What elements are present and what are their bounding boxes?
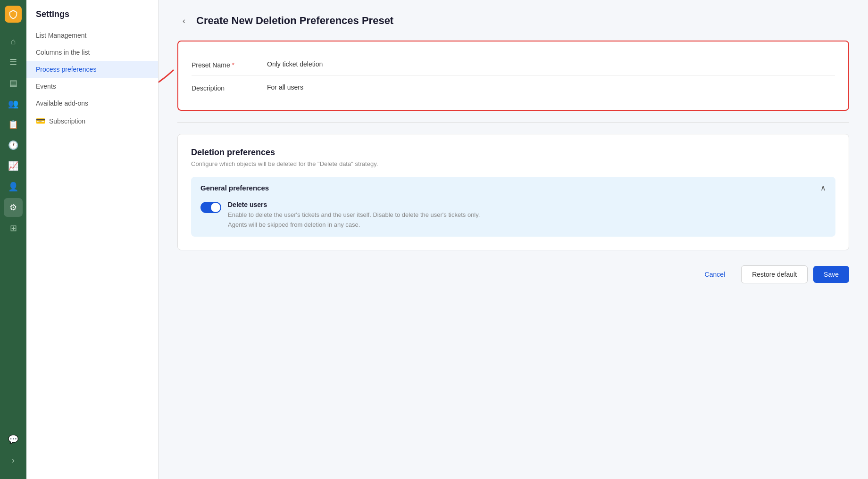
description-label: Description [192, 81, 267, 92]
home-nav-icon[interactable]: ⌂ [4, 32, 23, 51]
footer-actions: Cancel Restore default Save [177, 265, 849, 283]
toggle-track[interactable] [200, 202, 221, 213]
icon-bar: ⌂ ☰ ▤ 👥 📋 🕐 📈 👤 ⚙ ⊞ 💬 › [0, 0, 26, 479]
sidebar-title: Settings [26, 9, 158, 27]
general-pref-label: General preferences [200, 184, 269, 192]
deletion-pref-subtitle: Configure which objects will be deleted … [191, 160, 835, 167]
settings-nav-icon[interactable]: ⚙ [4, 198, 23, 217]
clipboard-nav-icon[interactable]: 📋 [4, 115, 23, 134]
back-icon: ‹ [183, 16, 185, 26]
sidebar-item-events[interactable]: Events [26, 78, 158, 95]
page-header: ‹ Create New Deletion Preferences Preset [177, 14, 849, 27]
main-content: ‹ Create New Deletion Preferences Preset… [159, 0, 868, 479]
cancel-button[interactable]: Cancel [694, 266, 736, 283]
save-button[interactable]: Save [813, 266, 849, 283]
sidebar-item-process-preferences[interactable]: Process preferences [26, 61, 158, 78]
preset-name-input[interactable] [267, 58, 835, 71]
app-logo [5, 6, 22, 23]
people-nav-icon[interactable]: 👤 [4, 177, 23, 196]
delete-users-toggle[interactable] [200, 202, 221, 213]
sidebar-item-available-addons[interactable]: Available add-ons [26, 95, 158, 112]
users-nav-icon[interactable]: 👥 [4, 94, 23, 113]
general-pref-header[interactable]: General preferences ∧ [200, 183, 826, 192]
description-row: Description [192, 76, 835, 99]
chat-nav-icon[interactable]: 💬 [4, 430, 23, 449]
section-divider [177, 122, 849, 123]
deletion-preferences-card: Deletion preferences Configure which obj… [177, 134, 849, 250]
delete-users-title: Delete users [228, 201, 826, 208]
sidebar-item-subscription[interactable]: 💳 Subscription [26, 112, 158, 130]
delete-users-row: Delete users Enable to delete the user's… [200, 201, 826, 230]
subscription-icon: 💳 [36, 116, 45, 125]
delete-users-desc2: Agents will be skipped from deletion in … [228, 220, 826, 230]
chevron-up-icon: ∧ [820, 183, 826, 192]
clock-nav-icon[interactable]: 🕐 [4, 136, 23, 155]
back-button[interactable]: ‹ [177, 14, 191, 27]
deletion-pref-title: Deletion preferences [191, 148, 835, 157]
restore-default-button[interactable]: Restore default [741, 265, 808, 283]
grid-nav-icon[interactable]: ⊞ [4, 219, 23, 238]
sidebar-item-columns-in-list[interactable]: Columns in the list [26, 44, 158, 61]
preset-name-label: Preset Name * [192, 58, 267, 69]
sidebar-item-list-management[interactable]: List Management [26, 27, 158, 44]
delete-users-desc1: Enable to delete the user's tickets and … [228, 210, 826, 220]
delete-users-content: Delete users Enable to delete the user's… [228, 201, 826, 230]
expand-nav-icon[interactable]: › [4, 451, 23, 470]
general-preferences-section: General preferences ∧ Delete users Enabl… [191, 177, 835, 237]
preset-form-card: Preset Name * Description [177, 41, 849, 111]
preset-name-row: Preset Name * [192, 53, 835, 76]
required-marker: * [232, 61, 234, 69]
list-nav-icon[interactable]: ☰ [4, 53, 23, 72]
sidebar: Settings List Management Columns in the … [26, 0, 159, 479]
toggle-thumb [211, 203, 220, 212]
inbox-nav-icon[interactable]: ▤ [4, 74, 23, 92]
description-input[interactable] [267, 81, 835, 94]
page-title: Create New Deletion Preferences Preset [196, 15, 393, 27]
chart-nav-icon[interactable]: 📈 [4, 157, 23, 175]
